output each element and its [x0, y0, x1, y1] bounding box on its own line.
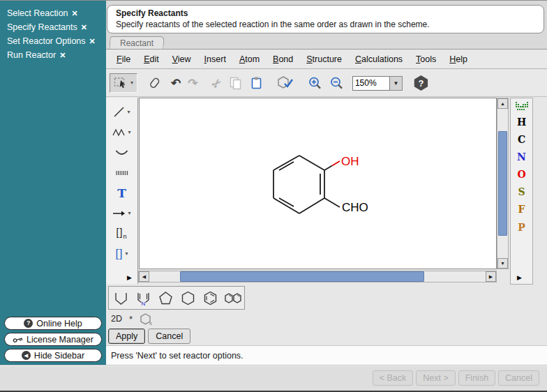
horizontal-scroll-track[interactable] [149, 271, 486, 282]
structure-check-off-icon[interactable]: x [140, 312, 153, 326]
ring-template-toolbar: N [108, 286, 245, 310]
scroll-up-button[interactable]: ▲ [497, 98, 508, 109]
step-label: Specify Reactants [7, 22, 77, 32]
element-O[interactable]: O [517, 169, 525, 180]
svg-text:N: N [142, 301, 146, 306]
redo-button[interactable]: ↷ [188, 73, 197, 93]
reactor-wizard-window: Select Reaction✕ Specify Reactants✕ Set … [0, 0, 547, 392]
draw-tool-palette: ▾ ▾ T ▾ []n [] ▾ [106, 98, 138, 284]
wizard-step-header: Specify Reactants Specify reactants of t… [107, 5, 544, 33]
single-bond-icon [113, 106, 125, 118]
menu-structure[interactable]: Structure [306, 54, 342, 64]
template-naphthalene[interactable] [223, 288, 242, 308]
svg-text:x: x [149, 320, 152, 326]
finish-button[interactable]: Finish [458, 370, 495, 386]
element-C[interactable]: C [518, 134, 525, 145]
next-button[interactable]: Next > [416, 370, 455, 386]
bracket-tool[interactable]: [] ▾ [106, 243, 137, 264]
selection-tool-button[interactable]: ▾ [110, 73, 137, 93]
canvas-horizontal-scrollbar[interactable]: ◀ ▶ [138, 271, 497, 282]
menu-help[interactable]: Help [449, 54, 467, 64]
bracket-icon: [] [116, 248, 123, 260]
apply-button[interactable]: Apply [108, 329, 145, 344]
zoom-in-button[interactable] [308, 73, 322, 93]
license-manager-button[interactable]: License Manager [4, 333, 102, 346]
vertical-scroll-thumb[interactable] [498, 131, 507, 236]
element-overflow-icon[interactable]: ▶ [517, 274, 522, 281]
menu-file[interactable]: File [117, 54, 130, 64]
dimension-indicator[interactable]: 2D [111, 314, 122, 324]
menu-bar: File Edit View Insert Atom Bond Structur… [106, 50, 547, 69]
horizontal-scroll-thumb[interactable] [180, 271, 424, 282]
menu-tools[interactable]: Tools [416, 54, 436, 64]
close-icon[interactable]: ✕ [59, 51, 66, 59]
close-icon[interactable]: ✕ [72, 9, 78, 17]
close-icon[interactable]: ✕ [81, 23, 87, 31]
structure-canvas[interactable]: OH CHO [139, 98, 497, 269]
sidebar-footer: ? Online Help License Manager ◀ Hide Sid… [4, 314, 102, 362]
bond-tool[interactable]: ▾ [106, 102, 137, 122]
sidebar-item-set-reactor-options[interactable]: Set Reactor Options✕ [7, 34, 106, 48]
arc-tool[interactable] [106, 142, 137, 163]
repeat-group-tool[interactable]: []n [106, 223, 137, 243]
undo-icon: ↶ [171, 76, 181, 91]
scroll-down-button[interactable]: ▼ [497, 258, 508, 269]
element-H[interactable]: H [517, 116, 526, 128]
chain-icon [112, 128, 126, 137]
chain-tool[interactable]: ▾ [106, 122, 137, 142]
sidebar-item-run-reactor[interactable]: Run Reactor✕ [7, 48, 106, 62]
template-cyclopentane[interactable] [156, 288, 175, 308]
reaction-arrow-tool[interactable]: ▾ [106, 203, 137, 223]
hydroxyl-label: OH [341, 155, 359, 168]
scroll-left-button[interactable]: ◀ [139, 271, 149, 282]
periodic-table-button[interactable] [516, 102, 528, 110]
page-title: Specify Reactants [116, 8, 535, 18]
check-structure-button[interactable] [277, 73, 294, 93]
element-P[interactable]: P [518, 222, 525, 233]
wizard-cancel-button[interactable]: Cancel [498, 370, 539, 386]
template-cyclohexane[interactable] [179, 288, 197, 308]
paste-button[interactable] [249, 73, 263, 93]
close-icon[interactable]: ✕ [89, 37, 96, 45]
zoom-level-input[interactable] [352, 76, 390, 91]
palette-overflow-icon[interactable]: ▶ [127, 274, 132, 281]
canvas-vertical-scrollbar[interactable]: ▲ ▼ [497, 98, 509, 269]
element-N[interactable]: N [517, 151, 526, 163]
menu-edit[interactable]: Edit [144, 54, 159, 64]
menu-calculations[interactable]: Calculations [355, 54, 403, 64]
undo-button[interactable]: ↶ [171, 73, 181, 93]
hide-sidebar-button[interactable]: ◀ Hide Sidebar [4, 349, 102, 362]
menu-view[interactable]: View [172, 54, 191, 64]
template-cyclopentadiene[interactable] [112, 288, 130, 308]
main-toolbar: ▾ ↶ ↷ ✂ [106, 70, 547, 97]
eraser-tool-button[interactable] [147, 73, 161, 93]
help-icon: ? [418, 78, 424, 89]
copy-button[interactable] [228, 73, 242, 93]
element-S[interactable]: S [518, 186, 525, 197]
menu-insert[interactable]: Insert [204, 54, 226, 64]
multiple-group-tool[interactable] [106, 163, 137, 183]
back-button[interactable]: < Back [373, 370, 414, 386]
tab-reactant[interactable]: Reactant [109, 36, 164, 50]
scroll-right-button[interactable]: ▶ [486, 271, 496, 282]
sidebar-item-specify-reactants[interactable]: Specify Reactants✕ [7, 20, 106, 34]
sketcher-help-button[interactable]: ? [414, 75, 428, 91]
hash-marks-icon [116, 170, 128, 176]
cancel-button[interactable]: Cancel [148, 329, 190, 344]
naphthalene-icon [224, 290, 242, 306]
text-tool-icon: T [117, 186, 126, 200]
cut-button[interactable]: ✂ [212, 73, 221, 93]
template-pyrrole[interactable]: N [134, 288, 153, 308]
zoom-dropdown-button[interactable]: ▼ [390, 76, 403, 91]
dropdown-icon: ▾ [127, 109, 130, 115]
zoom-out-button[interactable] [329, 73, 344, 93]
menu-atom[interactable]: Atom [239, 54, 260, 64]
selection-marquee-icon [114, 77, 129, 89]
zoom-in-icon [308, 76, 322, 91]
sidebar-item-select-reaction[interactable]: Select Reaction✕ [7, 6, 106, 20]
menu-bond[interactable]: Bond [273, 54, 293, 64]
online-help-button[interactable]: ? Online Help [4, 317, 102, 330]
template-benzene[interactable] [201, 288, 220, 308]
element-F[interactable]: F [518, 204, 525, 215]
text-tool[interactable]: T [106, 183, 137, 203]
